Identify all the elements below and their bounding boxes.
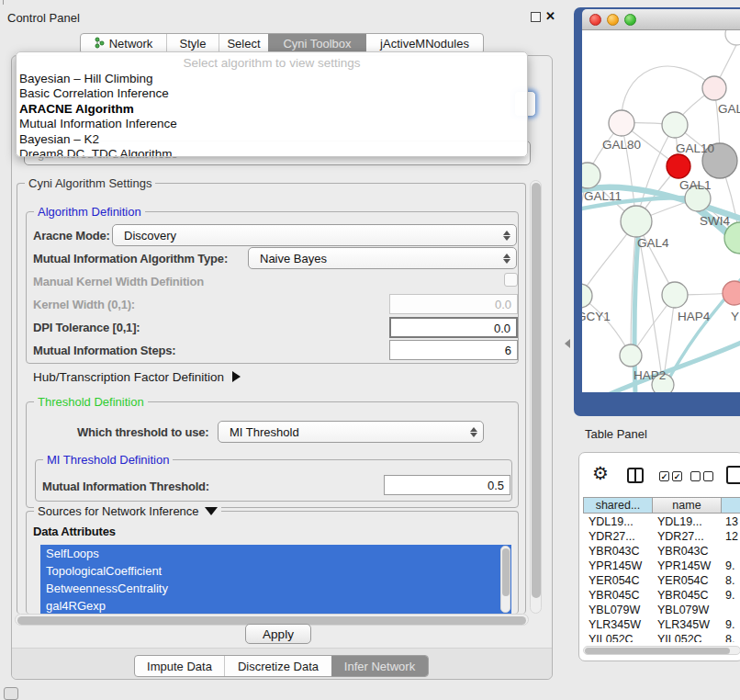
tab-impute-data[interactable]: Impute Data: [135, 656, 224, 676]
node[interactable]: [725, 30, 740, 45]
show-selected-columns-icon[interactable]: ✓ ✓: [659, 471, 682, 481]
node-gal80[interactable]: [609, 110, 634, 136]
which-threshold-label: Which threshold to use:: [77, 425, 208, 439]
column-header-shared[interactable]: shared...: [583, 497, 653, 514]
list-item-selected[interactable]: gal4RGexp: [40, 597, 511, 614]
mi-steps-field[interactable]: 6: [389, 340, 518, 360]
combo-spinner-icon: [501, 248, 512, 268]
which-threshold-value: MI Threshold: [230, 425, 299, 439]
hide-columns-icon[interactable]: [690, 471, 713, 481]
table-rows: YDL19...YDL19...13 YDR27...YDR27...12 YB…: [579, 515, 740, 642]
table-row[interactable]: YDR27...YDR27...12: [579, 530, 740, 545]
aracne-mode-label: Aracne Mode:: [33, 229, 110, 243]
popup-item[interactable]: Bayesian – K2: [17, 132, 527, 147]
list-item-selected[interactable]: BetweennessCentrality: [40, 580, 511, 597]
combo-spinner-icon: [468, 422, 479, 442]
table-horizontal-scrollbar[interactable]: [583, 646, 740, 655]
kernel-width-field[interactable]: 0.0: [389, 294, 518, 314]
zoom-traffic-light[interactable]: [624, 14, 636, 26]
attributes-list-scrollbar[interactable]: [500, 546, 510, 613]
tab-style[interactable]: Style: [167, 34, 219, 53]
dpi-tolerance-field[interactable]: 0.0: [389, 317, 518, 338]
column-header-name[interactable]: name: [653, 497, 722, 514]
gear-icon[interactable]: ⚙: [592, 464, 609, 482]
manual-kernel-checkbox[interactable]: [504, 273, 518, 287]
column-header-name-label: name: [672, 499, 701, 512]
node-gal1-selected[interactable]: [667, 154, 690, 178]
node-pink[interactable]: [723, 281, 740, 305]
collapsed-panel-icon[interactable]: [4, 687, 18, 700]
corner-tick: [3, 0, 4, 5]
split-handle-icon[interactable]: [565, 339, 570, 348]
table-row[interactable]: YPR145WYPR145W9.: [579, 559, 740, 574]
node-gal10[interactable]: [662, 112, 688, 138]
table-toolbar: ⚙ ✓ ✓: [579, 453, 740, 495]
split-columns-icon[interactable]: [627, 468, 644, 483]
apply-button[interactable]: Apply: [245, 624, 311, 644]
expander-right-arrow-icon: [232, 371, 241, 382]
check-glyph: ✓: [674, 472, 681, 481]
close-icon[interactable]: ✕: [545, 9, 555, 23]
table-row[interactable]: YIL052CYIL052C8.: [579, 633, 740, 642]
node-hap2[interactable]: [620, 344, 642, 367]
node[interactable]: [702, 76, 726, 100]
tab-discretize-data[interactable]: Discretize Data: [225, 656, 331, 676]
tab-infer-network-label: Infer Network: [344, 660, 415, 673]
mi-threshold-title: MI Threshold Definition: [43, 453, 173, 467]
table-row[interactable]: YBR043CYBR043C: [579, 545, 740, 559]
tab-network-label: Network: [109, 37, 153, 51]
tab-network[interactable]: Network: [81, 34, 166, 53]
minimize-traffic-light[interactable]: [607, 14, 619, 26]
sources-title-row[interactable]: Sources for Network Inference: [34, 504, 221, 518]
table-row[interactable]: YLR345WYLR345W9.: [579, 618, 740, 633]
node-label: GCY1: [582, 310, 611, 323]
aracne-mode-combobox[interactable]: Discovery: [112, 224, 517, 246]
mi-type-label: Mutual Information Algorithm Type:: [33, 252, 228, 265]
tab-select[interactable]: Select: [219, 34, 268, 53]
node-label: GAL10: [676, 141, 714, 155]
algorithm-popup: Select algorithm to view settings Bayesi…: [16, 51, 528, 157]
table-row[interactable]: YBL079WYBL079W: [579, 604, 740, 618]
table-row[interactable]: YBR045CYBR045C9.: [579, 589, 740, 604]
node-label: GAL11: [584, 189, 622, 203]
tab-impute-data-label: Impute Data: [147, 660, 212, 673]
expander-down-arrow-icon: [205, 507, 218, 515]
list-item-selected[interactable]: SelfLoops: [40, 545, 511, 562]
aracne-mode-value: Discovery: [124, 229, 176, 243]
tab-cyni-toolbox-label: Cyni Toolbox: [283, 37, 351, 51]
dpi-tolerance-label: DPI Tolerance [0,1]:: [33, 321, 140, 334]
popup-item[interactable]: Bayesian – Hill Climbing: [17, 72, 527, 86]
node-gal4[interactable]: [621, 206, 652, 237]
tab-infer-network[interactable]: Infer Network: [331, 656, 428, 676]
hub-definition-expander[interactable]: Hub/Transcription Factor Definition: [33, 369, 241, 384]
table-row[interactable]: YDL19...YDL19...13: [579, 515, 740, 530]
table-panel-title: Table Panel: [585, 427, 647, 441]
popup-item[interactable]: Dream8 DC_TDC Algorithm: [17, 147, 527, 157]
node-label: SWI4: [700, 214, 730, 228]
network-window-titlebar: [582, 9, 740, 30]
close-traffic-light[interactable]: [589, 14, 601, 26]
tab-discretize-data-label: Discretize Data: [238, 660, 319, 673]
mi-threshold-field[interactable]: 0.5: [384, 475, 510, 495]
tab-jactivemnodules[interactable]: jActiveMNodules: [366, 34, 483, 53]
node-label: GAL1: [679, 178, 712, 192]
export-table-icon[interactable]: [726, 466, 740, 484]
kernel-width-label: Kernel Width (0,1):: [33, 298, 135, 311]
popup-item[interactable]: Basic Correlation Inference: [17, 86, 527, 101]
mi-type-combobox[interactable]: Naive Bayes: [248, 247, 517, 269]
popup-item[interactable]: Mutual Information Inference: [17, 117, 527, 131]
tab-select-label: Select: [227, 37, 260, 51]
node-hap4[interactable]: [662, 282, 688, 308]
which-threshold-combobox[interactable]: MI Threshold: [218, 421, 484, 443]
settings-vertical-scrollbar[interactable]: [530, 180, 542, 614]
float-window-icon[interactable]: [531, 12, 541, 22]
tab-jactivemnodules-label: jActiveMNodules: [380, 37, 469, 51]
table-row[interactable]: YER054CYER054C8.: [579, 574, 740, 589]
node-gal11[interactable]: [582, 163, 600, 188]
mi-threshold-label: Mutual Information Threshold:: [42, 480, 209, 493]
list-item-selected[interactable]: TopologicalCoefficient: [40, 562, 511, 580]
column-header-partial[interactable]: [722, 497, 740, 514]
tab-cyni-toolbox[interactable]: Cyni Toolbox: [268, 34, 366, 53]
popup-item-selected[interactable]: ARACNE Algorithm: [17, 102, 527, 117]
algorithm-definition-title: Algorithm Definition: [34, 205, 145, 219]
